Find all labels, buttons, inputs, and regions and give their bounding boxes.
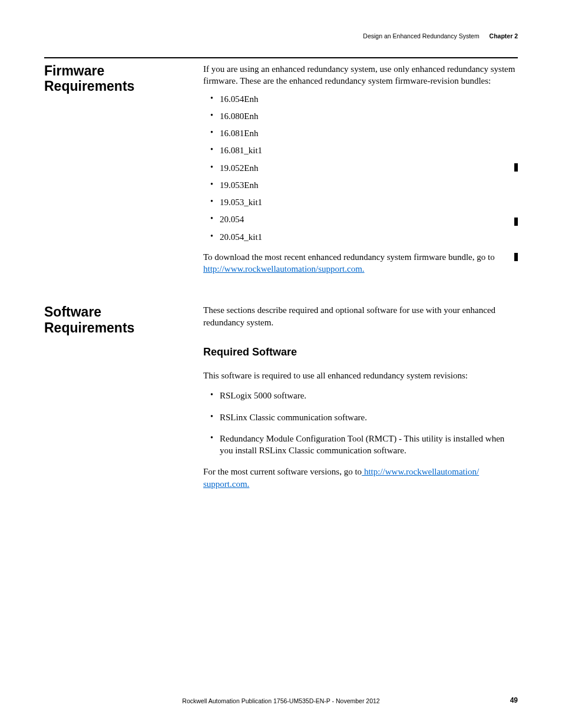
heading-firmware: Firmware Requirements	[44, 63, 203, 281]
firmware-intro: If you are using an enhanced redundancy …	[203, 63, 518, 87]
list-item: 19.053_kit1	[203, 196, 518, 208]
running-title: Design an Enhanced Redundancy System	[363, 32, 479, 39]
firmware-download-para: To download the most recent enhanced red…	[203, 251, 518, 275]
header-rule	[44, 57, 518, 58]
list-item: RSLinx Classic communication software.	[203, 411, 518, 423]
list-item: 20.054_kit1	[203, 231, 518, 243]
list-item: 20.054	[203, 213, 518, 225]
list-item: 16.081_kit1	[203, 144, 518, 156]
software-versions-para: For the most current software versions, …	[203, 466, 518, 490]
required-software-intro: This software is required to use all enh…	[203, 370, 518, 381]
list-item: Redundancy Module Configuration Tool (RM…	[203, 433, 518, 457]
footer-publication: Rockwell Automation Publication 1756-UM5…	[44, 697, 518, 704]
section-software: Software Requirements These sections des…	[44, 304, 518, 496]
software-versions-text: For the most current software versions, …	[203, 467, 362, 476]
body-software: These sections describe required and opt…	[203, 304, 518, 496]
list-item: 16.081Enh	[203, 127, 518, 139]
list-item: 19.052Enh	[203, 162, 518, 174]
heading-software: Software Requirements	[44, 304, 203, 496]
list-item: RSLogix 5000 software.	[203, 390, 518, 401]
section-firmware: Firmware Requirements If you are using a…	[44, 63, 518, 281]
required-software-list: RSLogix 5000 software. RSLinx Classic co…	[203, 390, 518, 456]
change-bar-icon	[514, 253, 518, 261]
change-bar-icon	[514, 163, 518, 172]
firmware-download-link[interactable]: http://www.rockwellautomation/support.co…	[203, 264, 365, 274]
list-item: 16.080Enh	[203, 110, 518, 122]
body-firmware: If you are using an enhanced redundancy …	[203, 63, 518, 281]
heading-required-software: Required Software	[203, 345, 518, 359]
running-header: Design an Enhanced Redundancy System Cha…	[44, 32, 518, 39]
firmware-download-text: To download the most recent enhanced red…	[203, 252, 495, 262]
software-intro: These sections describe required and opt…	[203, 304, 518, 328]
firmware-bundle-list: 16.054Enh 16.080Enh 16.081Enh 16.081_kit…	[203, 93, 518, 243]
software-versions-link-2[interactable]: support.com.	[203, 479, 249, 489]
list-item: 19.053Enh	[203, 179, 518, 191]
list-item: 16.054Enh	[203, 93, 518, 105]
chapter-label: Chapter 2	[490, 32, 518, 39]
change-bar-icon	[514, 218, 518, 226]
page-number: 49	[510, 696, 518, 704]
software-versions-link-1[interactable]: http://www.rockwellautomation/	[362, 467, 479, 476]
